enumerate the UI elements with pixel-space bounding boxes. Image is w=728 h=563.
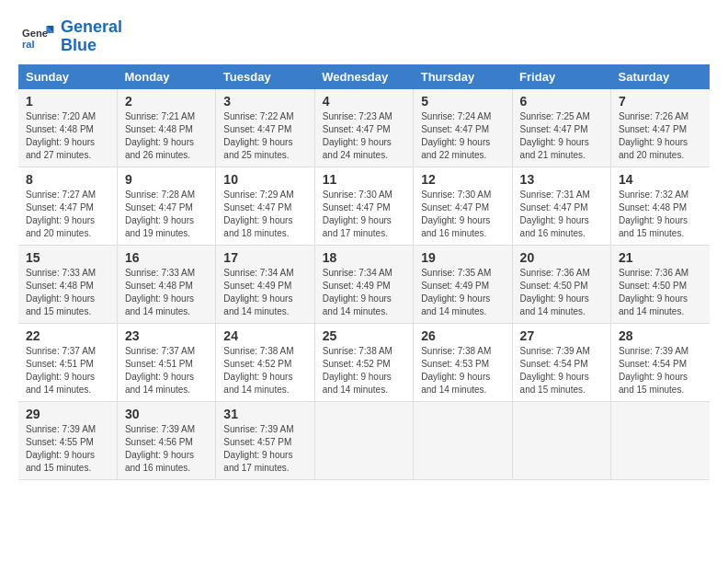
day-info: Sunrise: 7:39 AM Sunset: 4:57 PM Dayligh… xyxy=(223,423,306,475)
day-info: Sunrise: 7:30 AM Sunset: 4:47 PM Dayligh… xyxy=(323,189,405,240)
day-info: Sunrise: 7:35 AM Sunset: 4:49 PM Dayligh… xyxy=(421,267,504,318)
page-header: Gene ral GeneralBlue xyxy=(18,18,710,55)
week-row-3: 15 Sunrise: 7:33 AM Sunset: 4:48 PM Dayl… xyxy=(18,246,710,324)
calendar-header-row: SundayMondayTuesdayWednesdayThursdayFrid… xyxy=(18,64,710,89)
calendar-cell: 12 Sunrise: 7:30 AM Sunset: 4:47 PM Dayl… xyxy=(414,167,512,246)
calendar-cell: 18 Sunrise: 7:34 AM Sunset: 4:49 PM Dayl… xyxy=(314,246,413,324)
day-number: 18 xyxy=(323,250,405,265)
calendar-cell: 2 Sunrise: 7:21 AM Sunset: 4:48 PM Dayli… xyxy=(117,89,215,167)
day-info: Sunrise: 7:33 AM Sunset: 4:48 PM Dayligh… xyxy=(125,267,208,318)
calendar-cell: 26 Sunrise: 7:38 AM Sunset: 4:53 PM Dayl… xyxy=(414,324,512,402)
calendar-cell: 24 Sunrise: 7:38 AM Sunset: 4:52 PM Dayl… xyxy=(216,324,314,402)
header-monday: Monday xyxy=(117,64,215,89)
day-number: 31 xyxy=(223,407,306,421)
day-number: 1 xyxy=(26,94,109,109)
day-number: 23 xyxy=(125,328,208,343)
header-thursday: Thursday xyxy=(414,64,512,89)
day-number: 26 xyxy=(421,328,504,343)
week-row-4: 22 Sunrise: 7:37 AM Sunset: 4:51 PM Dayl… xyxy=(18,324,710,402)
svg-text:ral: ral xyxy=(22,39,35,50)
calendar-cell xyxy=(611,402,710,480)
day-info: Sunrise: 7:29 AM Sunset: 4:47 PM Dayligh… xyxy=(223,189,306,240)
day-number: 4 xyxy=(323,94,405,109)
day-info: Sunrise: 7:23 AM Sunset: 4:47 PM Dayligh… xyxy=(323,110,405,162)
day-info: Sunrise: 7:27 AM Sunset: 4:47 PM Dayligh… xyxy=(26,189,109,240)
calendar-cell xyxy=(314,402,413,480)
header-wednesday: Wednesday xyxy=(314,64,413,89)
day-number: 28 xyxy=(619,328,702,343)
calendar-cell: 22 Sunrise: 7:37 AM Sunset: 4:51 PM Dayl… xyxy=(18,324,117,402)
day-info: Sunrise: 7:34 AM Sunset: 4:49 PM Dayligh… xyxy=(223,267,306,318)
day-number: 21 xyxy=(619,250,702,265)
day-info: Sunrise: 7:20 AM Sunset: 4:48 PM Dayligh… xyxy=(26,110,109,162)
calendar-cell: 14 Sunrise: 7:32 AM Sunset: 4:48 PM Dayl… xyxy=(611,167,710,246)
calendar-cell: 5 Sunrise: 7:24 AM Sunset: 4:47 PM Dayli… xyxy=(414,89,512,167)
calendar-cell: 27 Sunrise: 7:39 AM Sunset: 4:54 PM Dayl… xyxy=(512,324,610,402)
day-number: 2 xyxy=(125,94,208,109)
day-info: Sunrise: 7:39 AM Sunset: 4:54 PM Dayligh… xyxy=(520,345,603,396)
week-row-1: 1 Sunrise: 7:20 AM Sunset: 4:48 PM Dayli… xyxy=(18,89,710,167)
day-number: 12 xyxy=(421,172,504,187)
calendar-cell xyxy=(414,402,512,480)
day-number: 30 xyxy=(125,407,208,421)
header-sunday: Sunday xyxy=(18,64,117,89)
calendar-cell: 23 Sunrise: 7:37 AM Sunset: 4:51 PM Dayl… xyxy=(117,324,215,402)
day-info: Sunrise: 7:28 AM Sunset: 4:47 PM Dayligh… xyxy=(125,189,208,240)
day-info: Sunrise: 7:25 AM Sunset: 4:47 PM Dayligh… xyxy=(520,110,603,162)
logo-text: GeneralBlue xyxy=(61,18,122,55)
day-number: 27 xyxy=(520,328,603,343)
calendar-cell: 7 Sunrise: 7:26 AM Sunset: 4:47 PM Dayli… xyxy=(611,89,710,167)
calendar-cell: 15 Sunrise: 7:33 AM Sunset: 4:48 PM Dayl… xyxy=(18,246,117,324)
calendar-cell: 6 Sunrise: 7:25 AM Sunset: 4:47 PM Dayli… xyxy=(512,89,610,167)
day-number: 19 xyxy=(421,250,504,265)
calendar-cell: 3 Sunrise: 7:22 AM Sunset: 4:47 PM Dayli… xyxy=(216,89,314,167)
day-number: 7 xyxy=(619,94,702,109)
day-info: Sunrise: 7:36 AM Sunset: 4:50 PM Dayligh… xyxy=(520,267,603,318)
day-info: Sunrise: 7:30 AM Sunset: 4:47 PM Dayligh… xyxy=(421,189,504,240)
calendar-cell: 30 Sunrise: 7:39 AM Sunset: 4:56 PM Dayl… xyxy=(117,402,215,480)
day-info: Sunrise: 7:38 AM Sunset: 4:52 PM Dayligh… xyxy=(323,345,405,396)
day-info: Sunrise: 7:31 AM Sunset: 4:47 PM Dayligh… xyxy=(520,189,603,240)
day-info: Sunrise: 7:21 AM Sunset: 4:48 PM Dayligh… xyxy=(125,110,208,162)
day-number: 24 xyxy=(223,328,306,343)
day-info: Sunrise: 7:32 AM Sunset: 4:48 PM Dayligh… xyxy=(619,189,702,240)
calendar-cell: 20 Sunrise: 7:36 AM Sunset: 4:50 PM Dayl… xyxy=(512,246,610,324)
calendar-cell: 25 Sunrise: 7:38 AM Sunset: 4:52 PM Dayl… xyxy=(314,324,413,402)
header-saturday: Saturday xyxy=(611,64,710,89)
calendar-cell xyxy=(512,402,610,480)
day-number: 3 xyxy=(223,94,306,109)
day-number: 17 xyxy=(223,250,306,265)
day-number: 29 xyxy=(26,407,109,421)
day-info: Sunrise: 7:24 AM Sunset: 4:47 PM Dayligh… xyxy=(421,110,504,162)
day-number: 9 xyxy=(125,172,208,187)
week-row-2: 8 Sunrise: 7:27 AM Sunset: 4:47 PM Dayli… xyxy=(18,167,710,246)
day-info: Sunrise: 7:37 AM Sunset: 4:51 PM Dayligh… xyxy=(125,345,208,396)
day-info: Sunrise: 7:34 AM Sunset: 4:49 PM Dayligh… xyxy=(323,267,405,318)
day-number: 11 xyxy=(323,172,405,187)
day-number: 22 xyxy=(26,328,109,343)
calendar-cell: 8 Sunrise: 7:27 AM Sunset: 4:47 PM Dayli… xyxy=(18,167,117,246)
day-number: 8 xyxy=(26,172,109,187)
day-info: Sunrise: 7:26 AM Sunset: 4:47 PM Dayligh… xyxy=(619,110,702,162)
day-number: 16 xyxy=(125,250,208,265)
day-number: 6 xyxy=(520,94,603,109)
logo: Gene ral GeneralBlue xyxy=(18,18,122,55)
calendar-cell: 9 Sunrise: 7:28 AM Sunset: 4:47 PM Dayli… xyxy=(117,167,215,246)
calendar-cell: 11 Sunrise: 7:30 AM Sunset: 4:47 PM Dayl… xyxy=(314,167,413,246)
day-info: Sunrise: 7:37 AM Sunset: 4:51 PM Dayligh… xyxy=(26,345,109,396)
calendar-cell: 21 Sunrise: 7:36 AM Sunset: 4:50 PM Dayl… xyxy=(611,246,710,324)
calendar-cell: 16 Sunrise: 7:33 AM Sunset: 4:48 PM Dayl… xyxy=(117,246,215,324)
svg-text:Gene: Gene xyxy=(22,28,48,39)
calendar-table: SundayMondayTuesdayWednesdayThursdayFrid… xyxy=(18,64,710,480)
logo-icon: Gene ral xyxy=(18,18,55,55)
day-info: Sunrise: 7:39 AM Sunset: 4:54 PM Dayligh… xyxy=(619,345,702,396)
calendar-cell: 19 Sunrise: 7:35 AM Sunset: 4:49 PM Dayl… xyxy=(414,246,512,324)
day-number: 20 xyxy=(520,250,603,265)
day-number: 13 xyxy=(520,172,603,187)
day-info: Sunrise: 7:38 AM Sunset: 4:52 PM Dayligh… xyxy=(223,345,306,396)
day-number: 10 xyxy=(223,172,306,187)
day-number: 5 xyxy=(421,94,504,109)
calendar-cell: 4 Sunrise: 7:23 AM Sunset: 4:47 PM Dayli… xyxy=(314,89,413,167)
calendar-cell: 17 Sunrise: 7:34 AM Sunset: 4:49 PM Dayl… xyxy=(216,246,314,324)
calendar-cell: 28 Sunrise: 7:39 AM Sunset: 4:54 PM Dayl… xyxy=(611,324,710,402)
